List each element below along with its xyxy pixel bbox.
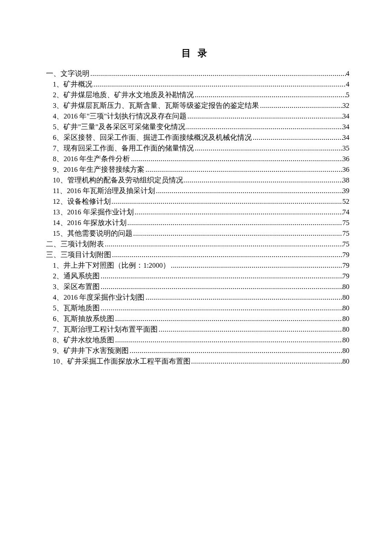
toc-page-number: 34 bbox=[343, 121, 350, 132]
toc-leader-dots bbox=[185, 121, 343, 132]
toc-label: 三、三项目计划附图 bbox=[46, 249, 111, 260]
toc-leader-dots bbox=[144, 164, 342, 175]
toc-label: 11、2016 年瓦斯治理及抽采计划 bbox=[53, 185, 155, 196]
toc-label: 13、2016 年采掘作业计划 bbox=[53, 207, 134, 217]
toc-leader-dots bbox=[144, 292, 342, 303]
toc-label: 二、三项计划附表 bbox=[46, 239, 104, 249]
toc-label: 1、井上井下对照图（比例：1:2000） bbox=[53, 260, 170, 271]
toc-label: 4、2016 年"三项"计划执行情况及存在问题 bbox=[53, 111, 187, 121]
toc-row: 7、瓦斯治理工程计划布置平面图 80 bbox=[53, 324, 349, 335]
toc-label: 1、矿井概况 bbox=[53, 79, 92, 90]
toc-label: 一、文字说明 bbox=[46, 68, 89, 79]
toc-page-number: 80 bbox=[343, 324, 350, 335]
toc-page-number: 35 bbox=[343, 143, 350, 153]
toc-page-number: 36 bbox=[343, 153, 350, 164]
toc-leader-dots bbox=[111, 249, 343, 260]
toc-leader-dots bbox=[190, 356, 343, 367]
toc-leader-dots bbox=[89, 68, 346, 79]
toc-label: 4、2016 年度采掘作业计划图 bbox=[53, 292, 144, 303]
toc-row: 12、设备检修计划 52 bbox=[53, 196, 349, 207]
toc-page-number: 36 bbox=[343, 164, 350, 175]
toc-row: 5、矿井"三量"及各采区可采储量变化情况 34 bbox=[53, 121, 349, 132]
toc-leader-dots bbox=[111, 196, 343, 207]
toc-label: 3、采区布置图 bbox=[53, 281, 100, 292]
toc-leader-dots bbox=[100, 271, 342, 281]
toc-leader-dots bbox=[259, 100, 342, 111]
toc-page-number: 5 bbox=[346, 90, 349, 100]
toc-label: 7、瓦斯治理工程计划布置平面图 bbox=[53, 324, 158, 335]
toc-leader-dots bbox=[187, 111, 343, 121]
toc-page-number: 79 bbox=[343, 271, 350, 281]
toc-page-number: 75 bbox=[343, 239, 350, 249]
toc-leader-dots bbox=[194, 90, 346, 100]
toc-container: 一、文字说明 41、矿井概况 42、矿井煤层地质、矿井水文地质及补勘情况 53、… bbox=[46, 68, 349, 367]
toc-leader-dots bbox=[133, 228, 343, 239]
toc-leader-dots bbox=[100, 303, 342, 313]
toc-leader-dots bbox=[130, 153, 342, 164]
toc-label: 6、采区接替、回采工作面、掘进工作面接续概况及机械化情况 bbox=[53, 132, 252, 143]
toc-row: 6、瓦斯抽放系统图 80 bbox=[53, 313, 349, 324]
toc-page-number: 52 bbox=[343, 196, 350, 207]
toc-leader-dots bbox=[129, 345, 342, 356]
toc-row: 5、瓦斯地质图 80 bbox=[53, 303, 349, 313]
toc-leader-dots bbox=[252, 132, 342, 143]
toc-row: 9、2016 年生产接替接续方案 36 bbox=[53, 164, 349, 175]
toc-label: 10、管理机构的配备及劳动组织定员情况 bbox=[53, 175, 183, 185]
toc-row: 11、2016 年瓦斯治理及抽采计划 39 bbox=[53, 185, 349, 196]
toc-leader-dots bbox=[158, 324, 342, 335]
toc-leader-dots bbox=[100, 281, 342, 292]
toc-page-number: 80 bbox=[343, 292, 350, 303]
toc-label: 8、矿井水纹地质图 bbox=[53, 335, 114, 345]
toc-page-number: 80 bbox=[343, 281, 350, 292]
toc-page-number: 75 bbox=[343, 217, 350, 228]
toc-leader-dots bbox=[92, 79, 346, 90]
toc-leader-dots bbox=[104, 239, 343, 249]
toc-row: 10、矿井采掘工作面探放水工程平面布置图 80 bbox=[53, 356, 349, 367]
toc-row: 三、三项目计划附图 79 bbox=[46, 249, 349, 260]
toc-label: 6、瓦斯抽放系统图 bbox=[53, 313, 114, 324]
toc-label: 12、设备检修计划 bbox=[53, 196, 111, 207]
toc-row: 4、2016 年"三项"计划执行情况及存在问题 34 bbox=[53, 111, 349, 121]
toc-row: 2、通风系统图 79 bbox=[53, 271, 349, 281]
toc-page-number: 80 bbox=[343, 313, 350, 324]
toc-page-number: 80 bbox=[343, 303, 350, 313]
toc-page-number: 79 bbox=[343, 260, 350, 271]
toc-row: 7、现有回采工作面、备用工作面的储量情况 35 bbox=[53, 143, 349, 153]
toc-row: 10、管理机构的配备及劳动组织定员情况 38 bbox=[53, 175, 349, 185]
toc-leader-dots bbox=[155, 185, 342, 196]
toc-row: 9、矿井井下水害预测图 80 bbox=[53, 345, 349, 356]
toc-row: 8、2016 年生产条件分析 36 bbox=[53, 153, 349, 164]
toc-page-number: 80 bbox=[343, 345, 350, 356]
toc-leader-dots bbox=[194, 143, 342, 153]
toc-label: 9、矿井井下水害预测图 bbox=[53, 345, 129, 356]
toc-page: 目录 一、文字说明 41、矿井概况 42、矿井煤层地质、矿井水文地质及补勘情况 … bbox=[0, 0, 392, 367]
toc-label: 8、2016 年生产条件分析 bbox=[53, 153, 130, 164]
toc-page-number: 34 bbox=[343, 111, 350, 121]
toc-row: 1、井上井下对照图（比例：1:2000） 79 bbox=[53, 260, 349, 271]
toc-leader-dots bbox=[170, 260, 342, 271]
toc-label: 7、现有回采工作面、备用工作面的储量情况 bbox=[53, 143, 194, 153]
toc-label: 14、2016 年探放水计划 bbox=[53, 217, 127, 228]
toc-row: 15、其他需要说明的问题 75 bbox=[53, 228, 349, 239]
toc-leader-dots bbox=[127, 217, 343, 228]
toc-page-number: 80 bbox=[343, 356, 350, 367]
toc-page-number: 75 bbox=[343, 228, 350, 239]
toc-label: 15、其他需要说明的问题 bbox=[53, 228, 133, 239]
toc-row: 14、2016 年探放水计划 75 bbox=[53, 217, 349, 228]
toc-label: 3、矿井煤层瓦斯压力、瓦斯含量、瓦斯等级鉴定报告的鉴定结果 bbox=[53, 100, 259, 111]
toc-row: 3、矿井煤层瓦斯压力、瓦斯含量、瓦斯等级鉴定报告的鉴定结果 32 bbox=[53, 100, 349, 111]
toc-row: 8、矿井水纹地质图 80 bbox=[53, 335, 349, 345]
toc-leader-dots bbox=[114, 335, 342, 345]
toc-page-number: 38 bbox=[343, 175, 350, 185]
toc-page-number: 32 bbox=[343, 100, 350, 111]
toc-row: 4、2016 年度采掘作业计划图 80 bbox=[53, 292, 349, 303]
toc-label: 2、矿井煤层地质、矿井水文地质及补勘情况 bbox=[53, 90, 194, 100]
toc-label: 9、2016 年生产接替接续方案 bbox=[53, 164, 144, 175]
toc-page-number: 4 bbox=[346, 79, 349, 90]
toc-row: 1、矿井概况 4 bbox=[53, 79, 349, 90]
toc-page-number: 80 bbox=[343, 335, 350, 345]
toc-row: 一、文字说明 4 bbox=[46, 68, 349, 79]
toc-row: 3、采区布置图 80 bbox=[53, 281, 349, 292]
toc-row: 二、三项计划附表 75 bbox=[46, 239, 349, 249]
page-title: 目录 bbox=[46, 47, 349, 60]
